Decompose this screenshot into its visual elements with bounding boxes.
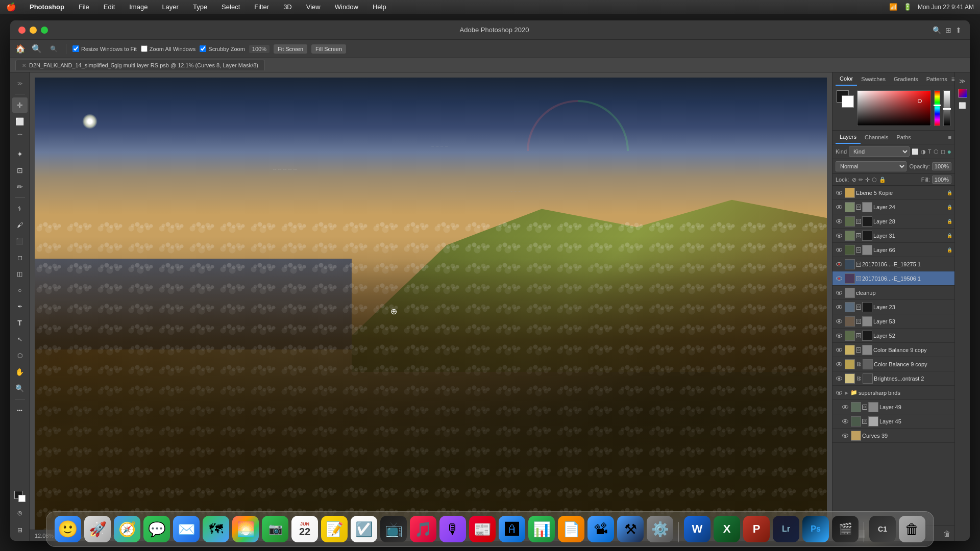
zoom-out-icon[interactable]: 🔍 [48,44,60,54]
layers-panel-icon[interactable]: ⬜ [957,100,968,111]
group-expand-arrow[interactable]: ▶ [845,390,848,395]
tool-type[interactable]: T [12,315,28,331]
layer-visibility-toggle[interactable] [835,360,844,369]
dock-notes[interactable]: 📝 [321,516,348,542]
dock-mail[interactable]: ✉️ [173,516,200,542]
saturation-slider[interactable] [943,90,950,126]
tool-gradient[interactable]: ◫ [12,266,28,282]
dock-music[interactable]: 🎵 [410,516,436,542]
dock-appletv[interactable]: 📺 [380,516,407,542]
tool-move[interactable]: ✛ [12,97,28,113]
layer-visibility-toggle[interactable] [841,431,850,440]
tool-shape[interactable]: ⬡ [12,348,28,363]
layer-visibility-toggle[interactable] [835,231,844,240]
background-color[interactable] [842,95,854,108]
zoom-in-icon[interactable]: 🔍 [30,43,44,55]
tab-gradients[interactable]: Gradients [890,73,922,85]
share-icon[interactable]: ⬆ [955,26,962,34]
dock-messages[interactable]: 💬 [143,516,170,542]
fill-value[interactable]: 100% [932,176,951,184]
tool-marquee[interactable]: ⬜ [12,114,28,129]
panel-toggle-icon[interactable]: ≫ [957,76,968,87]
menu-help[interactable]: Help [370,3,389,11]
layer-visibility-toggle[interactable] [835,288,844,297]
tool-stamp[interactable]: ⬛ [12,234,28,249]
layer-group-item[interactable]: ▶ 📁 supersharp birds [832,386,954,400]
layer-item[interactable]: Ebene 5 Kopie 🔒 [832,186,954,200]
tab-color[interactable]: Color [836,72,857,86]
dock-captureone[interactable]: C1 [869,516,896,542]
menu-filter[interactable]: Filter [251,3,272,11]
layers-panel-menu-icon[interactable]: ≡ [948,134,951,140]
dock-lightroom[interactable]: Lr [773,516,799,542]
resize-windows-checkbox[interactable] [72,45,79,52]
tool-crop[interactable]: ⊡ [12,163,28,178]
document-tab[interactable]: ✕ D2N_FALKLAND_14_simplified_5gig multi … [15,60,265,70]
filter-smart-icon[interactable]: ◻ [941,148,945,155]
layer-item[interactable]: Curves 39 [832,429,954,443]
tool-quick-select[interactable]: ✦ [12,146,28,162]
dock-safari[interactable]: 🧭 [114,516,140,542]
minimize-button[interactable] [30,27,37,34]
dock-numbers[interactable]: 📊 [528,516,555,542]
dock-maps[interactable]: 🗺 [203,516,229,542]
filter-adj-icon[interactable]: ◑ [921,148,926,155]
layer-visibility-toggle[interactable] [841,417,850,426]
zoom-all-windows-check[interactable]: Zoom All Windows [141,45,195,52]
color-panel-icon[interactable] [958,89,967,98]
layer-item[interactable]: ⊙ Layer 66 🔒 [832,243,954,257]
layer-item[interactable]: ⛓ Color Balance 9 copy [832,357,954,371]
fill-screen-button[interactable]: Fill Screen [311,44,346,54]
tool-lasso[interactable]: ⌒ [12,130,28,145]
layer-visibility-toggle[interactable] [835,303,844,312]
hue-slider[interactable] [934,90,940,126]
dock-fcpx[interactable]: 🎬 [832,516,859,542]
menu-file[interactable]: File [76,3,92,11]
layer-item[interactable]: ⊙ Layer 45 [832,414,954,429]
filter-toggle[interactable]: ● [947,147,951,156]
tool-eraser[interactable]: ◻ [12,250,28,265]
layer-item[interactable]: ⊙ Layer 52 [832,329,954,343]
dock-trash[interactable]: 🗑 [899,516,925,542]
dock-finder[interactable]: 🙂 [55,516,81,542]
dock-podcasts[interactable]: 🎙 [439,516,466,542]
tool-collapse[interactable]: ≫ [12,76,28,91]
tab-channels[interactable]: Channels [861,131,892,143]
dock-news[interactable]: 📰 [469,516,496,542]
layer-item[interactable]: ⊙ Layer 23 [832,300,954,314]
menu-layer[interactable]: Layer [159,3,182,11]
scrubby-zoom-checkbox[interactable] [200,45,206,52]
delete-layer-icon[interactable]: 🗑 [943,530,950,538]
layer-item[interactable]: ⊙ Layer 53 [832,314,954,329]
close-button[interactable] [18,27,26,34]
tool-pen[interactable]: ✒ [12,299,28,314]
dock-keynote[interactable]: 📽 [587,516,614,542]
dock-powerpoint[interactable]: P [743,516,770,542]
tool-quick-mask[interactable]: ◎ [12,505,28,520]
dock-calendar[interactable]: JUN 22 [291,516,318,542]
tool-path-select[interactable]: ↖ [12,332,28,347]
filter-kind-select[interactable]: Kind [849,146,910,157]
dock-xcode[interactable]: ⚒ [617,516,644,542]
layer-item[interactable]: ⊙ 20170106...-E_19506 1 [832,271,954,286]
resize-windows-check[interactable]: Resize Windows to Fit [72,45,137,52]
fit-screen-button[interactable]: Fit Screen [274,44,307,54]
view-icon[interactable]: ⊞ [945,26,951,34]
tab-layers[interactable]: Layers [836,131,861,144]
layer-item[interactable]: ⊙ Layer 28 🔒 [832,214,954,229]
opacity-value[interactable]: 100% [932,162,951,170]
layer-item[interactable]: ⛓ Brightnes...ontrast 2 [832,371,954,386]
tool-healing[interactable]: ⚕ [12,201,28,216]
dock-photoshop[interactable]: Ps [802,516,829,542]
menu-edit[interactable]: Edit [101,3,118,11]
layer-visibility-toggle[interactable] [835,188,844,197]
layer-visibility-toggle[interactable] [835,203,844,212]
menu-window[interactable]: Window [332,3,361,11]
layer-visibility-toggle[interactable] [835,345,844,355]
dock-launchpad[interactable]: 🚀 [84,516,111,542]
layer-item[interactable]: ⊙ 20170106...-E_19275 1 [832,257,954,271]
tab-swatches[interactable]: Swatches [857,73,890,85]
zoom-percent-display[interactable]: 100% [249,45,270,53]
dock-reminders[interactable]: ☑️ [351,516,377,542]
scrubby-zoom-check[interactable]: Scrubby Zoom [200,45,245,52]
